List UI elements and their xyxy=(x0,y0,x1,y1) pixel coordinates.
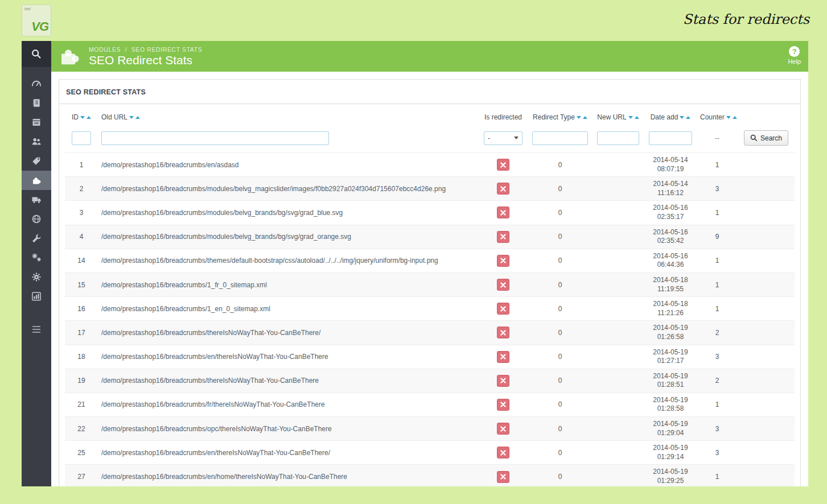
cell-old-url: /demo/prestashop16/breadcrumbs/modules/b… xyxy=(98,201,478,225)
table-row: 21 /demo/prestashop16/breadcrumbs/fr/the… xyxy=(65,393,795,416)
table-row: 27 /demo/prestashop16/breadcrumbs/en/hom… xyxy=(65,465,795,486)
cell-counter: 3 xyxy=(697,177,738,201)
sidebar-item-administration[interactable] xyxy=(22,267,51,287)
belvg-logo[interactable]: bel VG xyxy=(22,5,51,36)
cell-redirect-type: 0 xyxy=(528,225,592,249)
wrench-icon xyxy=(31,233,42,243)
cross-icon xyxy=(500,282,506,288)
is-redirected-toggle[interactable] xyxy=(497,183,509,195)
cell-counter: 3 xyxy=(697,345,738,369)
cell-date-add: 2014-05-16 02:35:17 xyxy=(644,201,697,225)
cross-icon xyxy=(500,234,506,239)
sort-desc-icon[interactable] xyxy=(680,116,684,119)
is-redirected-toggle[interactable] xyxy=(497,375,509,387)
filter-counter-placeholder: -- xyxy=(715,134,719,142)
cell-old-url: /demo/prestashop16/breadcrumbs/modules/b… xyxy=(98,225,478,249)
sidebar-item-advanced-parameters[interactable] xyxy=(22,248,51,267)
is-redirected-toggle[interactable] xyxy=(497,351,509,363)
sort-desc-icon[interactable] xyxy=(80,116,85,119)
is-redirected-toggle[interactable] xyxy=(497,471,509,483)
sidebar-item-stats[interactable] xyxy=(22,287,51,306)
search-button[interactable]: Search xyxy=(744,130,788,146)
bar-chart-icon xyxy=(31,291,42,301)
cell-counter: 1 xyxy=(697,465,738,486)
filter-new-url-input[interactable] xyxy=(597,131,639,145)
sidebar-item-dashboard[interactable] xyxy=(22,74,51,93)
sort-asc-icon[interactable] xyxy=(733,116,737,119)
cell-new-url xyxy=(592,441,644,465)
sidebar-item-menu-collapse[interactable] xyxy=(22,321,51,338)
sort-asc-icon[interactable] xyxy=(583,116,587,119)
cell-date-add: 2014-05-14 08:07:19 xyxy=(644,153,697,177)
cell-redirect-type: 0 xyxy=(528,345,592,369)
seo-redirect-stats-panel: SEO REDIRECT STATS ID Old URL xyxy=(59,79,801,486)
breadcrumb-modules[interactable]: MODULES xyxy=(89,46,121,53)
table-row: 19 /demo/prestashop16/breadcrumbs/thereI… xyxy=(65,369,795,393)
filter-old-url-input[interactable] xyxy=(101,131,329,145)
help-button[interactable]: ? Help xyxy=(788,46,801,65)
breadcrumb-separator: / xyxy=(125,46,127,53)
sort-desc-icon[interactable] xyxy=(628,116,633,119)
sort-asc-icon[interactable] xyxy=(87,116,91,119)
cell-old-url: /demo/prestashop16/breadcrumbs/modules/b… xyxy=(98,177,478,201)
sort-desc-icon[interactable] xyxy=(726,116,731,119)
sidebar-item-localization[interactable] xyxy=(22,209,51,229)
cross-icon xyxy=(500,162,506,168)
column-header-is-redirected: Is redirected xyxy=(478,108,528,128)
sidebar-item-modules[interactable] xyxy=(22,171,51,190)
cell-new-url xyxy=(592,369,644,393)
cross-icon xyxy=(500,474,506,480)
cell-id: 2 xyxy=(65,177,98,201)
breadcrumb: MODULES / SEO REDIRECT STATS xyxy=(89,46,202,53)
top-strip: bel VG Stats for redirects xyxy=(0,0,827,41)
cell-new-url xyxy=(592,345,644,369)
sidebar-item-shipping[interactable] xyxy=(22,190,51,209)
is-redirected-toggle[interactable] xyxy=(497,303,509,315)
cell-redirect-type: 0 xyxy=(528,177,592,201)
cell-counter: 2 xyxy=(697,321,738,345)
sidebar-item-catalog[interactable] xyxy=(22,113,51,132)
is-redirected-toggle[interactable] xyxy=(497,206,509,218)
panel-title: SEO REDIRECT STATS xyxy=(59,80,800,104)
sort-asc-icon[interactable] xyxy=(686,116,690,119)
filter-date-add-input[interactable] xyxy=(649,131,692,145)
gears-icon xyxy=(31,253,42,263)
cell-old-url: /demo/prestashop16/breadcrumbs/thereIsNo… xyxy=(98,369,478,393)
filter-is-redirected-select[interactable]: - xyxy=(484,131,522,145)
filter-id-input[interactable] xyxy=(72,131,91,145)
breadcrumb-seo-redirect-stats[interactable]: SEO REDIRECT STATS xyxy=(131,46,203,53)
cell-id: 19 xyxy=(65,369,98,393)
chevron-down-icon xyxy=(514,137,519,139)
is-redirected-toggle[interactable] xyxy=(497,255,509,267)
sort-desc-icon[interactable] xyxy=(129,116,134,119)
cell-redirect-type: 0 xyxy=(528,441,592,465)
sidebar-item-search[interactable] xyxy=(22,41,51,67)
sidebar-item-preferences[interactable] xyxy=(22,229,51,248)
sidebar-item-price-rules[interactable] xyxy=(22,151,51,171)
is-redirected-toggle[interactable] xyxy=(497,279,509,291)
is-redirected-toggle[interactable] xyxy=(497,399,509,411)
is-redirected-toggle[interactable] xyxy=(497,231,509,243)
puzzle-icon xyxy=(31,175,42,185)
is-redirected-toggle[interactable] xyxy=(497,327,509,338)
sort-asc-icon[interactable] xyxy=(135,116,140,119)
cell-date-add: 2014-05-18 11:19:55 xyxy=(644,272,697,296)
cross-icon xyxy=(500,450,506,456)
is-redirected-toggle[interactable] xyxy=(497,423,509,435)
filter-redirect-type-input[interactable] xyxy=(532,131,588,145)
sort-desc-icon[interactable] xyxy=(577,116,581,119)
sidebar-item-customers[interactable] xyxy=(22,132,51,151)
cell-redirect-type: 0 xyxy=(528,393,592,416)
cell-counter: 3 xyxy=(697,441,738,465)
sidebar-item-orders[interactable] xyxy=(22,93,51,113)
sort-asc-icon[interactable] xyxy=(635,116,639,119)
is-redirected-toggle[interactable] xyxy=(497,447,509,458)
search-icon xyxy=(31,48,42,60)
app-frame: MODULES / SEO REDIRECT STATS SEO Redirec… xyxy=(22,41,808,486)
column-header-old-url: Old URL xyxy=(98,108,478,128)
is-redirected-toggle[interactable] xyxy=(497,159,509,171)
customers-icon xyxy=(31,137,42,147)
cell-id: 3 xyxy=(65,201,98,225)
puzzle-icon xyxy=(58,44,82,68)
globe-icon xyxy=(31,214,42,224)
